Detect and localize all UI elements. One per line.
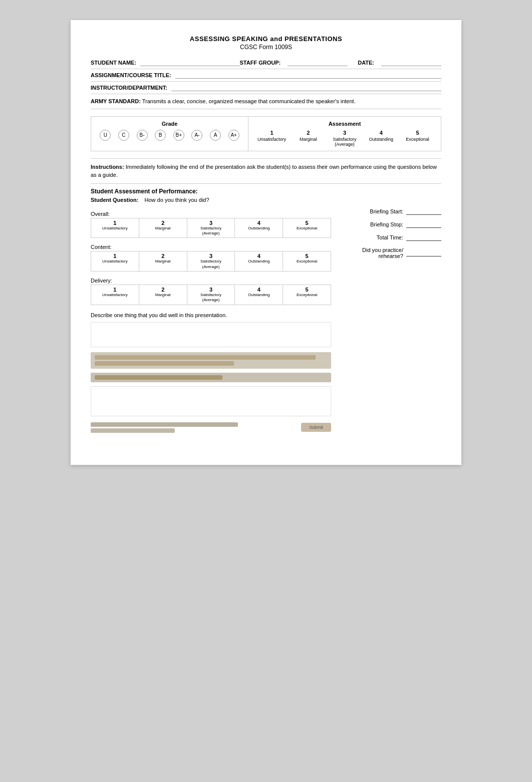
- delivery-label-3: Satisfactory(Average): [188, 293, 234, 303]
- grade-assessment-box: Grade U C B- B B+ A-: [91, 116, 441, 151]
- assignment-label: ASSIGNMENT/COURSE TITLE:: [91, 72, 171, 78]
- delivery-3[interactable]: 3 Satisfactory(Average): [187, 285, 235, 305]
- grade-circle-b: B: [155, 130, 166, 141]
- briefing-start-field: Briefing Start:: [341, 208, 441, 215]
- overall-2[interactable]: 2 Marginal: [139, 218, 187, 238]
- staff-group-label: STAFF GROUP:: [240, 60, 281, 66]
- delivery-2[interactable]: 2 Marginal: [139, 285, 187, 305]
- overall-3[interactable]: 3 Satisfactory(Average): [187, 218, 235, 238]
- briefing-stop-value[interactable]: [406, 221, 441, 228]
- describe-section: Describe one thing that you did well in …: [91, 312, 331, 435]
- left-panel: Overall: 1 Unsatisfactory 2 Marginal 3 S…: [91, 208, 331, 435]
- grade-section: Grade U C B- B B+ A-: [91, 117, 248, 151]
- student-name-row: STUDENT NAME: STAFF GROUP: DATE:: [91, 57, 441, 69]
- overall-5[interactable]: 5 Exceptional: [283, 218, 331, 238]
- assessment-row: 1 Unsatisfactory 2 Marginal 3 Satisfacto…: [253, 130, 436, 147]
- army-standard-text: Transmits a clear, concise, organized me…: [142, 98, 356, 104]
- grade-item-c: C: [117, 130, 131, 142]
- assessment-num-3: 3: [330, 130, 360, 136]
- assessment-num-1: 1: [256, 130, 287, 136]
- question-label: Student Question:: [91, 197, 138, 203]
- content-num-1: 1: [92, 253, 138, 259]
- overall-4[interactable]: 4 Outstanding: [235, 218, 283, 238]
- content-label-1: Unsatisfactory: [92, 259, 138, 264]
- content-num-2: 2: [140, 253, 186, 259]
- content-label-5: Exceptional: [284, 259, 330, 264]
- overall-num-5: 5: [284, 220, 330, 226]
- content-3[interactable]: 3 Satisfactory(Average): [187, 251, 235, 271]
- assessment-label-2: Marginal: [293, 137, 323, 142]
- delivery-scale: 1 Unsatisfactory 2 Marginal 3 Satisfacto…: [91, 285, 331, 305]
- total-time-value[interactable]: [406, 234, 441, 241]
- submit-button[interactable]: Submit: [301, 423, 331, 432]
- delivery-rating-row: Delivery: 1 Unsatisfactory 2 Marginal 3 …: [91, 278, 331, 305]
- content-num-3: 3: [188, 253, 234, 259]
- assignment-row: ASSIGNMENT/COURSE TITLE:: [91, 69, 441, 82]
- overall-rating-row: Overall: 1 Unsatisfactory 2 Marginal 3 S…: [91, 211, 331, 238]
- overall-num-3: 3: [188, 220, 234, 226]
- date-item: DATE:: [358, 59, 441, 66]
- grade-circle-aplus: A+: [228, 130, 239, 141]
- overall-scale: 1 Unsatisfactory 2 Marginal 3 Satisfacto…: [91, 218, 331, 238]
- question-text: How do you think you did?: [145, 197, 209, 203]
- blurred-block-1: [91, 352, 331, 369]
- practice-value[interactable]: [406, 249, 441, 256]
- briefing-stop-field: Briefing Stop:: [341, 221, 441, 228]
- delivery-label-5: Exceptional: [284, 293, 330, 298]
- delivery-num-1: 1: [92, 287, 138, 293]
- delivery-1[interactable]: 1 Unsatisfactory: [91, 285, 139, 305]
- student-assessment-title: Student Assessment of Performance:: [91, 188, 441, 195]
- delivery-num-4: 4: [236, 287, 282, 293]
- overall-label-1: Unsatisfactory: [92, 226, 138, 231]
- content-4[interactable]: 4 Outstanding: [235, 251, 283, 271]
- total-time-field: Total Time:: [341, 234, 441, 241]
- right-panel: Briefing Start: Briefing Stop: Total Tim…: [341, 208, 441, 435]
- grade-item-bplus: B+: [172, 130, 186, 142]
- assessment-header: Assessment: [253, 121, 436, 127]
- staff-group-value: [288, 59, 348, 66]
- overall-label: Overall:: [91, 211, 331, 217]
- practice-field: Did you practice/rehearse?: [341, 247, 441, 259]
- overall-num-2: 2: [140, 220, 186, 226]
- overall-label-2: Marginal: [140, 226, 186, 231]
- assessment-num-4: 4: [366, 130, 396, 136]
- delivery-num-5: 5: [284, 287, 330, 293]
- content-rating-row: Content: 1 Unsatisfactory 2 Marginal 3 S…: [91, 244, 331, 272]
- student-question: Student Question: How do you think you d…: [91, 197, 441, 203]
- content-num-5: 5: [284, 253, 330, 259]
- content-5[interactable]: 5 Exceptional: [283, 251, 331, 271]
- content-2[interactable]: 2 Marginal: [139, 251, 187, 271]
- overall-1[interactable]: 1 Unsatisfactory: [91, 218, 139, 238]
- instructor-value: [171, 84, 441, 91]
- content-label-2: Marginal: [140, 259, 186, 264]
- grade-circle-u: U: [100, 130, 111, 141]
- grade-circle-bplus: B+: [173, 130, 184, 141]
- instructor-label: INSTRUCTOR/DEPARTMENT:: [91, 85, 167, 91]
- assignment-value: [175, 72, 441, 79]
- delivery-label-4: Outstanding: [236, 293, 282, 298]
- briefing-start-label: Briefing Start:: [341, 208, 403, 214]
- briefing-start-value[interactable]: [406, 208, 441, 215]
- delivery-num-3: 3: [188, 287, 234, 293]
- delivery-5[interactable]: 5 Exceptional: [283, 285, 331, 305]
- delivery-num-2: 2: [140, 287, 186, 293]
- instructor-row: INSTRUCTOR/DEPARTMENT:: [91, 82, 441, 94]
- briefing-stop-label: Briefing Stop:: [341, 221, 403, 227]
- describe-label: Describe one thing that you did well in …: [91, 312, 331, 318]
- date-value: [381, 59, 441, 66]
- assessment-item-4: 4 Outstanding: [366, 130, 396, 142]
- overall-num-1: 1: [92, 220, 138, 226]
- grade-item-b: B: [153, 130, 167, 142]
- practice-label: Did you practice/rehearse?: [341, 247, 403, 259]
- empty-text-area[interactable]: [91, 386, 331, 416]
- grade-item-bminus: B-: [135, 130, 149, 142]
- student-name-label: STUDENT NAME:: [91, 60, 136, 66]
- describe-input-area[interactable]: [91, 322, 331, 347]
- overall-label-5: Exceptional: [284, 226, 330, 231]
- content-1[interactable]: 1 Unsatisfactory: [91, 251, 139, 271]
- overall-num-4: 4: [236, 220, 282, 226]
- overall-label-3: Satisfactory(Average): [188, 226, 234, 236]
- delivery-4[interactable]: 4 Outstanding: [235, 285, 283, 305]
- date-label: DATE:: [358, 60, 374, 66]
- grade-circle-aminus: A-: [191, 130, 202, 141]
